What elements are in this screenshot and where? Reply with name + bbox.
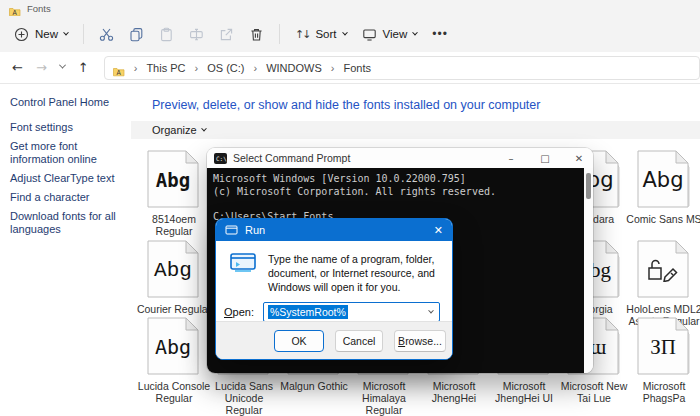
- run-title: Run: [245, 224, 427, 236]
- font-tile-label: Lucida Console Regular: [136, 380, 212, 404]
- run-titlebar[interactable]: Run ✕: [216, 219, 452, 241]
- run-close-button[interactable]: ✕: [434, 224, 443, 237]
- browse-button[interactable]: Browse...: [394, 330, 446, 352]
- font-tile-label: Courier Regular: [136, 303, 212, 315]
- font-tile-label: Microsoft JhengHei UI: [486, 380, 562, 404]
- run-footer: OK Cancel Browse...: [216, 321, 452, 359]
- run-open-row: Open: %SystemRoot%: [224, 302, 440, 322]
- cmd-scrollbar[interactable]: [584, 168, 593, 373]
- font-tile[interactable]: Abg8514oem Regular: [147, 150, 201, 208]
- open-combobox[interactable]: %SystemRoot%: [263, 302, 440, 322]
- cmd-title: Select Command Prompt: [233, 152, 491, 164]
- cmd-line: Microsoft Windows [Version 10.0.22000.79…: [213, 173, 584, 186]
- font-tile-label: Microsoft Himalaya Regular: [346, 380, 422, 416]
- font-tile[interactable]: AbgCourier Regular: [147, 240, 201, 298]
- font-tile[interactable]: AbgLucida Console Regular: [147, 317, 201, 375]
- cancel-button[interactable]: Cancel: [335, 330, 383, 352]
- combobox-dropdown-icon[interactable]: [428, 308, 434, 314]
- font-tile[interactable]: AbgComic Sans MS: [637, 150, 691, 208]
- cmd-close-button[interactable]: ✕: [565, 153, 593, 164]
- cmd-titlebar[interactable]: C:\ Select Command Prompt – □ ✕: [207, 148, 593, 168]
- cmd-line: (c) Microsoft Corporation. All rights re…: [213, 186, 584, 199]
- font-tile-label: Microsoft JhengHei: [416, 380, 492, 404]
- font-tile-label: Microsoft PhagsPa: [626, 380, 700, 404]
- open-label: Open:: [224, 306, 254, 318]
- run-message: Type the name of a program, folder, docu…: [228, 250, 444, 294]
- run-program-icon: [228, 250, 258, 294]
- cmd-line: [213, 198, 584, 211]
- font-preview-icons: [637, 249, 689, 291]
- font-preview: Abg: [147, 249, 199, 291]
- open-combobox-value[interactable]: %SystemRoot%: [268, 305, 348, 319]
- font-preview: ЗП: [637, 326, 689, 368]
- font-tile-label: 8514oem Regular: [136, 213, 212, 237]
- font-preview: Abg: [147, 326, 199, 368]
- desktop-screen: A Fonts New: [0, 0, 700, 416]
- font-tile[interactable]: ЗПMicrosoft PhagsPa: [637, 317, 691, 375]
- font-tile-label: Comic Sans MS: [626, 213, 700, 225]
- cmd-maximize-button[interactable]: □: [531, 153, 559, 164]
- font-tile-label: Microsoft New Tai Lue: [556, 380, 632, 404]
- cmd-minimize-button[interactable]: –: [497, 153, 525, 164]
- ok-button[interactable]: OK: [274, 330, 324, 352]
- run-dialog[interactable]: Run ✕ Type the name of a program, folder…: [215, 218, 453, 360]
- font-preview: Abg: [147, 159, 199, 201]
- cmd-icon: C:\: [214, 153, 227, 164]
- run-description: Type the name of a program, folder, docu…: [268, 250, 444, 294]
- font-tile[interactable]: HoloLens MDL2 Assets Regular: [637, 240, 691, 298]
- font-tile-label: Lucida Sans Unicode Regular: [206, 380, 282, 416]
- font-tile-label: Malgun Gothic: [276, 380, 352, 392]
- font-preview: Abg: [637, 159, 689, 201]
- cmd-scrollbar-thumb[interactable]: [586, 173, 591, 199]
- run-icon: [225, 221, 238, 239]
